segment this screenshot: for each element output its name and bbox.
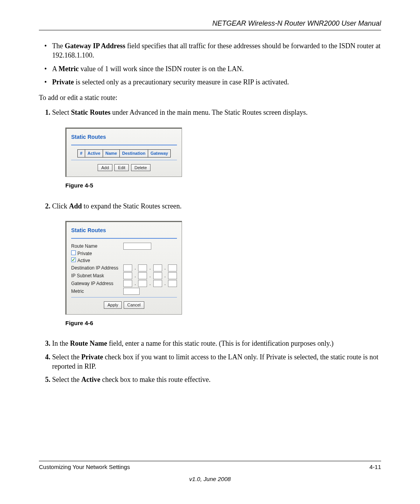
mask-label: IP Subnet Mask bbox=[71, 273, 121, 279]
page: NETGEAR Wireless-N Router WNR2000 User M… bbox=[0, 0, 420, 504]
step-5: Select the Active check box to make this… bbox=[52, 375, 381, 384]
private-checkbox[interactable] bbox=[71, 250, 76, 255]
routes-table: # Active Name Destination Gateway bbox=[77, 149, 171, 158]
cancel-button[interactable]: Cancel bbox=[124, 301, 144, 309]
page-number: 4-11 bbox=[369, 464, 381, 470]
metric-label: Metric bbox=[71, 288, 121, 294]
panel-separator bbox=[71, 145, 177, 145]
col-number: # bbox=[77, 149, 85, 157]
gateway-label: Gateway IP Address bbox=[71, 280, 121, 287]
bullet-item: Private is selected only as a precaution… bbox=[52, 77, 381, 87]
panel-title: Static Routes bbox=[71, 227, 177, 234]
running-header: NETGEAR Wireless-N Router WNR2000 User M… bbox=[39, 19, 381, 28]
bullet-item: The Gateway IP Address field specifies t… bbox=[52, 41, 381, 60]
figure-caption: Figure 4-5 bbox=[65, 182, 381, 189]
col-destination: Destination bbox=[119, 149, 148, 157]
header-rule bbox=[39, 30, 381, 30]
step-3: In the Route Name field, enter a name fo… bbox=[52, 339, 381, 348]
static-routes-panel: Static Routes # Active Name Destination … bbox=[65, 128, 182, 177]
metric-input[interactable] bbox=[123, 288, 140, 295]
gw-octet-3[interactable] bbox=[153, 280, 162, 287]
add-button[interactable]: Add bbox=[98, 164, 112, 172]
mask-octet-2[interactable] bbox=[138, 272, 147, 279]
dest-octet-4[interactable] bbox=[168, 264, 177, 271]
private-row: Private bbox=[71, 250, 121, 257]
panel-separator bbox=[71, 238, 177, 239]
gw-octet-2[interactable] bbox=[138, 280, 147, 287]
col-gateway: Gateway bbox=[148, 149, 170, 157]
col-name: Name bbox=[103, 149, 120, 157]
figure-4-6: Static Routes Route Name Private Active bbox=[65, 221, 381, 315]
step-list: Select Static Routes under Advanced in t… bbox=[39, 108, 381, 384]
footer-rule bbox=[39, 461, 381, 461]
gw-octet-1[interactable] bbox=[123, 280, 132, 287]
delete-button[interactable]: Delete bbox=[131, 164, 150, 172]
route-name-input[interactable] bbox=[123, 243, 151, 250]
route-name-label: Route Name bbox=[71, 243, 121, 249]
edit-button[interactable]: Edit bbox=[114, 164, 129, 172]
step-2: Click Add to expand the Static Routes sc… bbox=[52, 201, 381, 327]
col-active: Active bbox=[85, 149, 103, 157]
bullet-list: The Gateway IP Address field specifies t… bbox=[39, 41, 381, 87]
mask-octet-1[interactable] bbox=[123, 272, 132, 279]
panel-title: Static Routes bbox=[71, 133, 177, 141]
figure-4-5: Static Routes # Active Name Destination … bbox=[65, 128, 381, 177]
figure-caption: Figure 4-6 bbox=[65, 319, 381, 327]
mask-octet-3[interactable] bbox=[153, 272, 162, 279]
active-row: Active bbox=[71, 257, 121, 264]
destination-label: Destination IP Address bbox=[71, 265, 121, 271]
apply-button[interactable]: Apply bbox=[104, 301, 122, 309]
intro-text: To add or edit a static route: bbox=[39, 93, 381, 102]
panel-separator bbox=[71, 297, 177, 298]
footer-section: Customizing Your Network Settings bbox=[39, 464, 130, 470]
mask-octet-4[interactable] bbox=[168, 272, 177, 279]
footer-version: v1.0, June 2008 bbox=[39, 476, 381, 482]
bullet-item: A Metric value of 1 will work since the … bbox=[52, 64, 381, 74]
dest-octet-3[interactable] bbox=[153, 264, 162, 271]
term-gateway-ip: Gateway IP Address bbox=[65, 42, 125, 50]
page-footer: Customizing Your Network Settings 4-11 v… bbox=[39, 461, 381, 482]
gw-octet-4[interactable] bbox=[168, 280, 177, 287]
static-routes-form-panel: Static Routes Route Name Private Active bbox=[65, 221, 182, 315]
dest-octet-1[interactable] bbox=[123, 264, 132, 271]
active-checkbox[interactable] bbox=[71, 257, 76, 262]
dest-octet-2[interactable] bbox=[138, 264, 147, 271]
term-private: Private bbox=[52, 78, 74, 86]
step-4: Select the Private check box if you want… bbox=[52, 352, 381, 371]
panel-separator bbox=[71, 160, 177, 160]
term-metric: Metric bbox=[59, 65, 79, 73]
step-1: Select Static Routes under Advanced in t… bbox=[52, 108, 381, 189]
